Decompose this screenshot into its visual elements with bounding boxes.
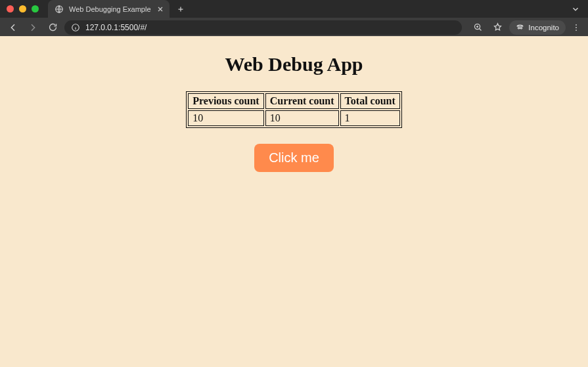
th-previous: Previous count (188, 93, 263, 109)
page-title: Web Debug App (225, 53, 363, 76)
fullscreen-window-button[interactable] (32, 5, 39, 12)
back-button[interactable] (5, 20, 21, 35)
globe-icon (55, 5, 64, 14)
reload-button[interactable] (45, 20, 60, 35)
incognito-indicator[interactable]: Incognito (509, 20, 566, 35)
zoom-button[interactable] (470, 20, 486, 35)
click-me-button[interactable]: Click me (254, 144, 334, 172)
url-text: 127.0.0.1:5500/#/ (85, 23, 455, 32)
forward-button[interactable] (25, 20, 41, 35)
incognito-icon (516, 22, 524, 32)
menu-button[interactable] (570, 21, 583, 34)
titlebar: Web Debugging Example (0, 0, 588, 18)
page: Web Debug App Previous count Current cou… (0, 36, 588, 225)
toolbar-right: Incognito (470, 20, 583, 35)
address-bar[interactable]: 127.0.0.1:5500/#/ (64, 20, 462, 35)
svg-point-3 (518, 27, 520, 28)
content-area: Web Debug App Previous count Current cou… (0, 36, 588, 367)
toolbar: 127.0.0.1:5500/#/ (0, 18, 588, 36)
viewport[interactable]: Web Debug App Previous count Current cou… (0, 36, 588, 367)
table-row: 10 10 1 (188, 110, 400, 126)
browser-tab[interactable]: Web Debugging Example (48, 0, 170, 18)
td-previous: 10 (188, 110, 263, 126)
window-controls (7, 5, 39, 12)
close-tab-button[interactable] (156, 5, 164, 13)
tab-title: Web Debugging Example (69, 5, 151, 13)
td-total: 1 (340, 110, 400, 126)
bookmark-button[interactable] (489, 20, 505, 35)
th-total: Total count (340, 93, 400, 109)
svg-point-5 (576, 24, 577, 25)
svg-point-6 (576, 27, 577, 28)
close-window-button[interactable] (7, 5, 14, 12)
site-info-icon[interactable] (71, 23, 80, 32)
svg-point-4 (520, 27, 522, 28)
th-current: Current count (265, 93, 339, 109)
incognito-label: Incognito (528, 24, 559, 32)
browser-window: Web Debugging Example (0, 0, 588, 367)
td-current: 10 (265, 110, 339, 126)
minimize-window-button[interactable] (19, 5, 26, 12)
counts-table: Previous count Current count Total count… (186, 91, 402, 128)
new-tab-button[interactable] (173, 2, 188, 16)
table-header-row: Previous count Current count Total count (188, 93, 400, 109)
svg-point-7 (576, 30, 577, 31)
tab-overflow-button[interactable] (568, 2, 583, 16)
